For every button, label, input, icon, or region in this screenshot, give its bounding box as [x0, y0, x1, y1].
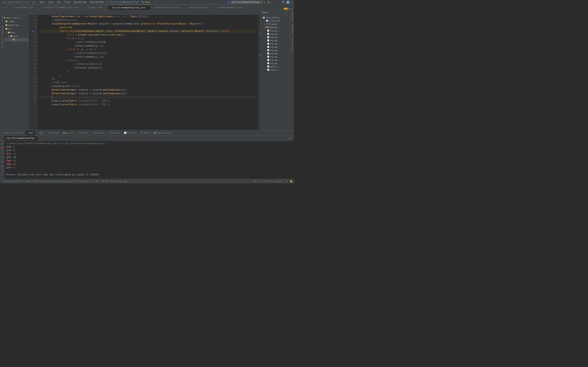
breadcrumb-flink[interactable]: flink — [64, 1, 70, 3]
sidebar-toggle[interactable]: ≡ — [0, 4, 4, 10]
close-icon[interactable]: ✕ — [182, 7, 183, 8]
more-actions-button[interactable]: ⋯ — [274, 1, 276, 3]
vcs-icon[interactable]: 👤 — [227, 1, 229, 3]
maven-dep-mysql[interactable]: 📄 mysql:... — [260, 65, 290, 68]
run-settings-btn[interactable]: ⚙ — [289, 137, 290, 140]
maven-dep-8[interactable]: 📄 org.ap... — [260, 52, 290, 55]
tab-flinkwindowtest[interactable]: ☕ FlinkWindowTest.java ✕ — [214, 5, 247, 10]
tree-item-src[interactable]: ▼ 📁 src — [0, 27, 28, 31]
tab-profiler[interactable]: 📊 Profiler — [122, 131, 138, 135]
tab-processfunction[interactable]: ☕ ProcessFunction.class ✕ — [150, 5, 186, 10]
close-icon[interactable]: ✕ — [210, 7, 211, 8]
tree-item-java[interactable]: ▼ 📁 java — [0, 34, 28, 38]
tree-item-spark[interactable]: ▶ 📁 spark-wa... — [0, 23, 28, 27]
breadcrumb-java[interactable]: java — [48, 1, 53, 3]
run-status[interactable]: ▶ Run — [25, 180, 31, 183]
maven-dep-6[interactable]: 📄 org.ap... — [260, 45, 290, 49]
filter-output-btn[interactable]: ⊞ — [1, 160, 4, 163]
breadcrumb-main[interactable]: main — [40, 1, 45, 3]
clear-output-btn[interactable]: ✕ — [1, 156, 4, 159]
build-status[interactable]: ✓ Build completed successfully with 1 wa… — [33, 180, 128, 183]
restart-run-btn[interactable]: ▶ — [1, 142, 4, 145]
warnings-count[interactable]: ⚠ 4 — [285, 180, 288, 183]
big-data-tab[interactable]: Big Data — [290, 10, 294, 22]
maven-dep-5[interactable]: 📄 org.ap... — [260, 42, 290, 45]
maven-dep-4[interactable]: 📄 org.ap... — [260, 39, 290, 42]
tab-terminal[interactable]: ⌨ Terminal — [75, 131, 90, 135]
tree-item-main[interactable]: ▼ 📁 main — [0, 31, 28, 34]
maven-dep-11[interactable]: 📄 org.ap... — [260, 62, 290, 65]
bookmarks-tab[interactable]: Bookmarks — [0, 24, 4, 37]
tab-integer[interactable]: ☕ Integer.java ✕ — [84, 5, 108, 10]
maven-item-plugins[interactable]: ▶ 🔌 Plugins — [260, 22, 290, 26]
run-tab-active[interactable]: ▶ SplitStreamByOutputTag ✕ — [4, 136, 38, 141]
run-minimize-btn[interactable]: — — [291, 137, 292, 140]
indent-type[interactable]: 4 spaces — [273, 180, 283, 183]
maven-item-dependencies[interactable]: ▼ 📦 Depende... — [260, 26, 290, 29]
breadcrumb-com[interactable]: com — [57, 1, 61, 3]
collapse-editor-btn[interactable]: — — [258, 11, 259, 13]
cursor-position[interactable]: 53:1 — [253, 180, 258, 183]
code-content[interactable]: OutputTag<Integer> ou = new OutputTag<In… — [38, 15, 258, 130]
close-icon[interactable]: ✕ — [244, 7, 245, 8]
project-tab[interactable]: Project — [0, 12, 4, 24]
editor-settings-btn[interactable]: ⚙ — [30, 11, 31, 13]
recent-files-btn[interactable]: ▾ — [278, 8, 279, 10]
breadcrumb-src[interactable]: src — [32, 1, 36, 3]
code-editor[interactable]: 31 32 33 34 ● 35 36 37 38 39 40 41 42 43 — [29, 15, 260, 130]
warnings-nav-up[interactable]: ▲ — [289, 7, 290, 10]
coverage-button[interactable]: ⚡ — [272, 1, 273, 3]
run-config-selector[interactable]: SplitStreamByOutputTag ▾ — [230, 1, 263, 4]
tab-problems[interactable]: ⚠ Problems — [46, 131, 61, 135]
line-endings[interactable]: LF — [260, 180, 263, 183]
tab-services[interactable]: ⚙ Services — [107, 131, 122, 135]
stop-run-btn[interactable]: ■ — [1, 146, 4, 149]
breadcrumb-project[interactable]: java_scala_spark_flink — [2, 1, 29, 3]
tab-endpoints[interactable]: ⚡ Endpoints — [90, 131, 107, 135]
database-tab[interactable]: Database — [290, 22, 294, 35]
search-button[interactable]: 🔍 — [282, 1, 285, 3]
expand-btn[interactable]: — — [7, 6, 8, 8]
tab-run[interactable]: ▶ Run — [26, 131, 35, 135]
tab-flinkenvdemo[interactable]: ☕ flinkEnvDemo.java ✕ — [9, 5, 39, 10]
vcs-status[interactable]: ⎇ Version Control — [2, 180, 23, 183]
breadcrumb-splitstream[interactable]: SplitStream — [90, 1, 104, 3]
maven-dep-7[interactable]: 📄 org.ap... — [260, 49, 290, 52]
tab-version-control[interactable]: ⎇ Version Control — [1, 131, 26, 135]
close-icon[interactable]: ✕ — [147, 7, 148, 8]
maven-dep-3[interactable]: 📄 org.ap... — [260, 35, 290, 39]
breadcrumb-datastream[interactable]: DataStream — [74, 1, 86, 3]
notifications-tab[interactable]: Notifications — [290, 35, 294, 53]
tab-splitstreambyoutputtag[interactable]: ☕ SplitStreamByOutputTag.java ✕ — [108, 5, 150, 10]
scroll-to-end-btn[interactable]: ↓ — [1, 152, 4, 155]
tab-todo[interactable]: ✓ TODO — [35, 131, 45, 135]
debug-button[interactable]: 🐛 — [268, 1, 270, 3]
run-tab-close-icon[interactable]: ✕ — [35, 137, 36, 139]
close-icon[interactable]: ✕ — [35, 7, 36, 8]
tab-outputtag[interactable]: ☕ OutputTag.class ✕ — [186, 5, 214, 10]
close-icon[interactable]: ✕ — [104, 7, 105, 8]
maven-dep-10[interactable]: 📄 org.ap... — [260, 58, 290, 62]
pin-btn[interactable]: ⋯ — [280, 8, 281, 10]
maven-item-root[interactable]: ▼ 📋 java_scala_s... — [260, 16, 290, 19]
tree-item-idea[interactable]: ▶ 📁 .idea — [0, 20, 28, 23]
collapse-all-btn[interactable]: ⚙ — [5, 6, 6, 8]
maven-item-lifecycle[interactable]: ▶ 🔄 Lifecycle — [260, 19, 290, 22]
breadcrumb-method[interactable]: 🔧 main — [141, 1, 150, 3]
notifications-button[interactable]: ⚙ — [291, 1, 292, 3]
encoding[interactable]: UTF-8 — [265, 180, 271, 183]
notifications-count[interactable]: 🔔 — [290, 180, 292, 183]
close-icon[interactable]: ✕ — [80, 7, 81, 8]
maven-dep-org-pr[interactable]: 📄 org.pr... — [260, 68, 290, 71]
tab-dependencies[interactable]: 🔗 Dependencies — [152, 131, 173, 135]
tree-item-java-child[interactable]: ▼ 📦 ... — [0, 38, 28, 42]
maven-dep-2[interactable]: 📄 org.ap... — [260, 32, 290, 35]
tab-spring[interactable]: 🍃 Spring — [61, 131, 75, 135]
tab-flinksplitstream[interactable]: ☕ FlinkSplitStreamByFilter.java ✕ — [39, 5, 84, 10]
tree-item-root[interactable]: ▼ 📁 java_scala_s... — [0, 16, 28, 20]
maven-dep-1[interactable]: 📄 org.ap... — [260, 29, 290, 32]
warnings-nav-down[interactable]: ▼ — [291, 7, 292, 10]
run-button[interactable]: ▶ — [265, 1, 266, 3]
wrap-btn[interactable]: ⏎ — [1, 168, 4, 171]
structure-tab[interactable]: Structure — [0, 37, 4, 50]
